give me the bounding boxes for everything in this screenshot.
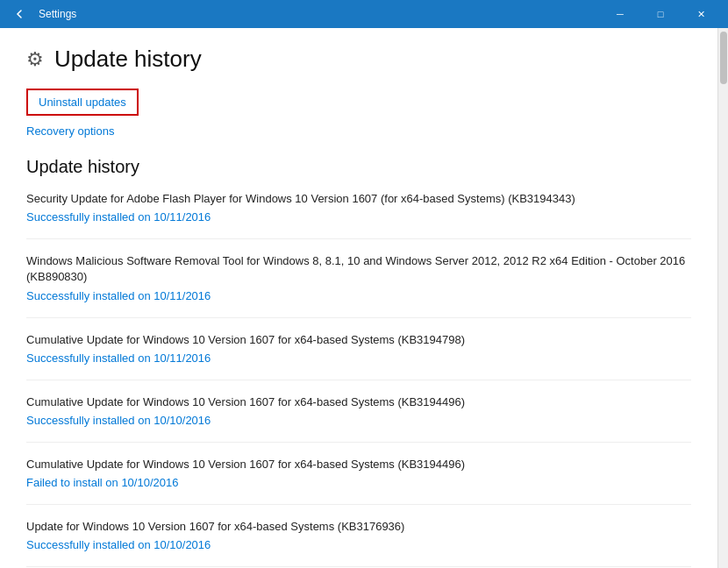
title-bar: Settings ─ □ ✕	[0, 0, 728, 28]
update-name: Cumulative Update for Windows 10 Version…	[26, 394, 691, 410]
recovery-options-link[interactable]: Recovery options	[26, 124, 691, 138]
divider	[26, 442, 691, 443]
back-button[interactable]	[7, 2, 32, 26]
update-item: Cumulative Update for Windows 10 Version…	[26, 332, 691, 366]
updates-list: Security Update for Adobe Flash Player f…	[26, 191, 691, 568]
update-status[interactable]: Successfully installed on 10/10/2016	[26, 538, 211, 551]
update-name: Update for Windows 10 Version 1607 for x…	[26, 519, 691, 535]
window-title: Settings	[39, 8, 76, 20]
content-area: ⚙ Update history Uninstall updates Recov…	[0, 28, 728, 568]
divider	[26, 380, 691, 380]
main-panel: ⚙ Update history Uninstall updates Recov…	[0, 28, 717, 568]
update-name: Cumulative Update for Windows 10 Version…	[26, 332, 691, 348]
update-history-section-title: Update history	[26, 157, 691, 177]
update-status[interactable]: Successfully installed on 10/10/2016	[26, 414, 211, 427]
update-status[interactable]: Successfully installed on 10/11/2016	[26, 289, 211, 302]
scrollbar[interactable]	[717, 28, 728, 568]
uninstall-updates-button[interactable]: Uninstall updates	[26, 89, 139, 116]
gear-icon: ⚙	[26, 48, 44, 71]
divider	[26, 566, 691, 567]
update-item: Security Update for Adobe Flash Player f…	[26, 191, 691, 224]
update-item: Cumulative Update for Windows 10 Version…	[26, 457, 691, 490]
update-item: Cumulative Update for Windows 10 Version…	[26, 394, 691, 428]
scroll-thumb[interactable]	[720, 32, 727, 84]
update-name: Cumulative Update for Windows 10 Version…	[26, 457, 691, 472]
update-status[interactable]: Successfully installed on 10/11/2016	[26, 210, 211, 224]
divider	[26, 317, 691, 318]
page-header: ⚙ Update history	[26, 46, 691, 73]
update-status[interactable]: Successfully installed on 10/11/2016	[26, 351, 211, 365]
window-controls: ─ □ ✕	[600, 0, 721, 28]
update-status[interactable]: Failed to install on 10/10/2016	[26, 476, 178, 489]
maximize-button[interactable]: □	[640, 0, 681, 28]
update-item: Update for Windows 10 Version 1607 for x…	[26, 519, 691, 552]
update-item: Windows Malicious Software Removal Tool …	[26, 253, 691, 302]
title-bar-left: Settings	[7, 2, 76, 26]
divider	[26, 238, 691, 239]
page-title: Update history	[54, 46, 202, 73]
divider	[26, 504, 691, 505]
update-name: Security Update for Adobe Flash Player f…	[26, 191, 691, 207]
minimize-button[interactable]: ─	[600, 0, 640, 28]
update-name: Windows Malicious Software Removal Tool …	[26, 253, 691, 285]
close-button[interactable]: ✕	[681, 0, 721, 28]
